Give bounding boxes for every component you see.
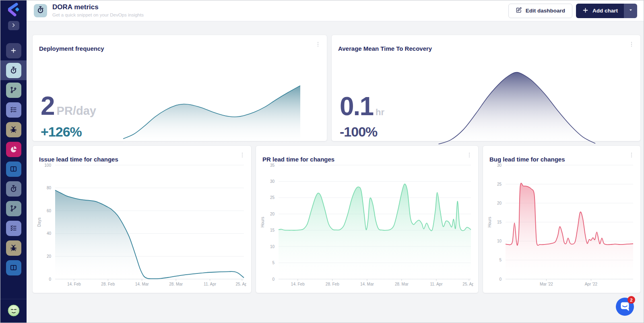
mttr-stat: 0.1 hr -100% bbox=[332, 57, 422, 150]
bug-icon bbox=[6, 122, 21, 137]
header-titles: DORA metrics Get a quick snippet on your… bbox=[52, 4, 144, 17]
pr-lead-time-card: PR lead time for changes 051015202530351… bbox=[256, 145, 479, 293]
svg-text:28. Feb: 28. Feb bbox=[101, 282, 115, 286]
main-area: DORA metrics Get a quick snippet on your… bbox=[27, 0, 644, 323]
svg-text:25. Apr: 25. Apr bbox=[462, 282, 473, 286]
svg-text:0: 0 bbox=[499, 277, 502, 282]
sidebar-item-board[interactable] bbox=[0, 159, 27, 179]
hero-row: Deployment frequency 2 PR/day +126% bbox=[32, 35, 641, 141]
edit-dashboard-label: Edit dashboard bbox=[526, 8, 565, 14]
sidebar-item-tasks-2[interactable] bbox=[0, 218, 27, 238]
kebab-icon bbox=[466, 153, 473, 159]
svg-text:28. Feb: 28. Feb bbox=[326, 282, 339, 286]
svg-text:Hours: Hours bbox=[487, 217, 492, 228]
sidebar-item-insights[interactable] bbox=[0, 139, 27, 159]
mean-time-to-recovery-card: Average Mean Time To Recovery 0.1 hr -10… bbox=[331, 35, 641, 141]
add-chart-dropdown-button[interactable] bbox=[624, 4, 637, 18]
sidebar-item-bugs[interactable] bbox=[0, 120, 27, 139]
edit-pencil-icon bbox=[516, 7, 522, 14]
smiley-avatar-icon bbox=[8, 304, 20, 317]
svg-text:28. Mar: 28. Mar bbox=[395, 282, 409, 286]
stat-main: 0.1 hr bbox=[340, 95, 422, 118]
edit-dashboard-button[interactable]: Edit dashboard bbox=[508, 4, 572, 18]
pie-icon bbox=[6, 142, 21, 157]
svg-text:25: 25 bbox=[270, 195, 275, 200]
kebab-icon bbox=[239, 153, 246, 159]
stopwatch-icon bbox=[6, 181, 21, 197]
svg-text:25: 25 bbox=[497, 182, 502, 186]
card-menu-button[interactable] bbox=[465, 151, 473, 159]
stat-value: 0.1 bbox=[340, 95, 373, 117]
card-menu-button[interactable] bbox=[314, 40, 322, 48]
card-menu-button[interactable] bbox=[627, 40, 636, 48]
user-avatar[interactable] bbox=[8, 304, 20, 317]
stat-main: 2 PR/day bbox=[41, 95, 123, 118]
page-subtitle: Get a quick snippet on your DevOps insig… bbox=[52, 12, 144, 18]
sidebar-nav bbox=[0, 41, 27, 277]
stopwatch-icon bbox=[6, 63, 21, 78]
svg-text:15: 15 bbox=[270, 228, 275, 232]
issue-lead-time-card: Issue lead time for changes 020406080100… bbox=[32, 145, 252, 293]
card-menu-button[interactable] bbox=[238, 151, 246, 159]
svg-text:Hours: Hours bbox=[260, 217, 265, 228]
svg-text:80: 80 bbox=[47, 186, 52, 190]
add-chart-label: Add chart bbox=[592, 8, 618, 14]
stat-unit: PR/day bbox=[57, 104, 96, 118]
deployment-frequency-sparkline bbox=[123, 81, 300, 143]
stopwatch-icon bbox=[37, 6, 44, 15]
app-logo bbox=[4, 3, 23, 19]
checklist-icon bbox=[6, 221, 21, 236]
add-chart-button[interactable]: Add chart bbox=[576, 4, 624, 18]
svg-text:14. Mar: 14. Mar bbox=[135, 282, 149, 286]
svg-text:11. Apr: 11. Apr bbox=[204, 282, 217, 286]
sidebar-item-add-dashboard[interactable] bbox=[0, 41, 27, 60]
chat-unread-badge: 2 bbox=[627, 296, 635, 304]
svg-text:Days: Days bbox=[37, 217, 41, 227]
sidebar-expand-button[interactable] bbox=[8, 21, 19, 30]
svg-text:Apr '22: Apr '22 bbox=[585, 282, 598, 286]
kebab-icon bbox=[628, 153, 635, 159]
svg-text:0: 0 bbox=[49, 277, 51, 282]
svg-text:28. Mar: 28. Mar bbox=[169, 282, 183, 286]
sidebar-item-source-control[interactable] bbox=[0, 80, 27, 100]
stat-delta: -100% bbox=[340, 124, 422, 140]
sidebar-item-source-control-2[interactable] bbox=[0, 199, 27, 218]
svg-text:14. Feb: 14. Feb bbox=[67, 282, 81, 286]
card-head: Deployment frequency bbox=[33, 35, 327, 57]
logo-icon bbox=[5, 2, 23, 19]
chevron-right-icon bbox=[11, 23, 16, 29]
sidebar-item-tasks[interactable] bbox=[0, 100, 27, 120]
svg-text:35: 35 bbox=[270, 163, 275, 168]
svg-text:10: 10 bbox=[497, 239, 502, 243]
issue-lead-time-chart: 02040608010014. Feb28. Feb14. Mar28. Mar… bbox=[36, 161, 246, 290]
pr-lead-time-chart: 0510152025303514. Feb28. Feb14. Mar28. M… bbox=[259, 161, 473, 290]
page-title: DORA metrics bbox=[52, 4, 144, 11]
bug-lead-time-card: Bug lead time for changes 051015202530Ma… bbox=[483, 145, 641, 293]
svg-text:30: 30 bbox=[270, 179, 275, 184]
dashboard-icon-tile bbox=[34, 4, 47, 17]
caret-down-icon bbox=[628, 7, 634, 14]
checklist-icon bbox=[6, 102, 21, 118]
svg-text:20: 20 bbox=[47, 254, 52, 259]
card-title: Average Mean Time To Recovery bbox=[338, 45, 432, 52]
svg-text:30: 30 bbox=[497, 163, 502, 168]
header-actions: Edit dashboard Add chart bbox=[508, 4, 637, 18]
card-body: 0.1 hr -100% bbox=[332, 57, 640, 150]
sidebar-item-dora-metrics[interactable] bbox=[0, 60, 27, 80]
svg-text:25. Apr: 25. Apr bbox=[235, 282, 246, 286]
svg-text:5: 5 bbox=[499, 258, 502, 262]
sidebar-item-board-2[interactable] bbox=[0, 258, 27, 277]
branch-icon bbox=[6, 83, 21, 98]
chat-launcher-button[interactable]: 2 bbox=[616, 298, 634, 316]
page-header: DORA metrics Get a quick snippet on your… bbox=[27, 0, 644, 21]
bug-icon bbox=[6, 240, 21, 256]
sidebar bbox=[0, 0, 27, 323]
svg-text:10: 10 bbox=[270, 244, 275, 249]
svg-text:20: 20 bbox=[497, 201, 502, 205]
card-menu-button[interactable] bbox=[627, 151, 636, 159]
card-head: Average Mean Time To Recovery bbox=[332, 35, 640, 57]
sidebar-item-bugs-2[interactable] bbox=[0, 238, 27, 258]
svg-text:5: 5 bbox=[272, 261, 275, 265]
dashboard-content: Deployment frequency 2 PR/day +126% bbox=[27, 21, 644, 293]
sidebar-item-dora-metrics-2[interactable] bbox=[0, 179, 27, 199]
